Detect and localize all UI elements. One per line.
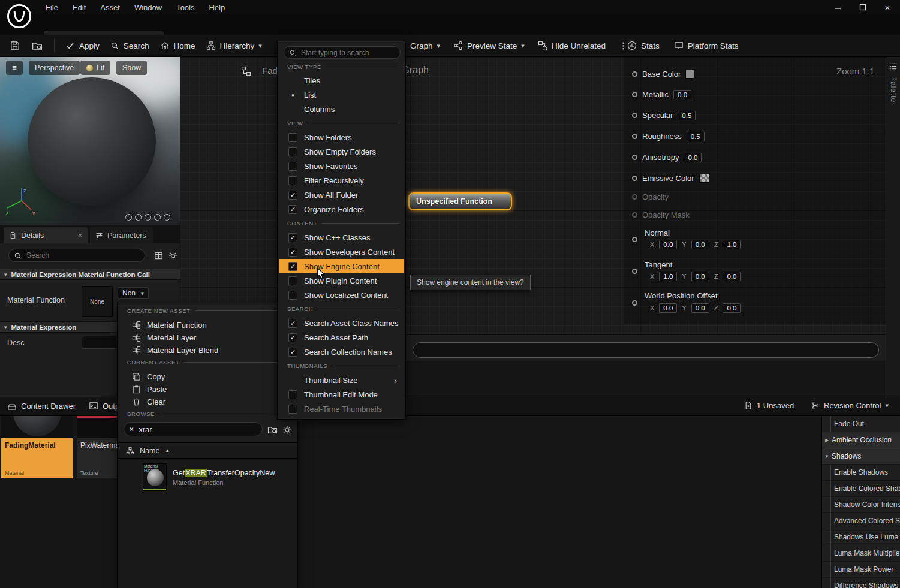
- lit-button[interactable]: Lit: [80, 61, 110, 75]
- shape-plane-icon[interactable]: [145, 214, 151, 221]
- browse-folder-icon[interactable]: [267, 424, 278, 435]
- category-ambient-occlusion[interactable]: ▶Ambient Occlusion: [822, 432, 900, 448]
- menu-item-clear[interactable]: Clear: [120, 396, 295, 408]
- content-drawer-button[interactable]: Content Drawer: [7, 401, 76, 411]
- menu-help[interactable]: Help: [201, 0, 232, 14]
- menu-item-show-folders[interactable]: Show Folders: [279, 130, 404, 144]
- pin-circle-icon[interactable]: [632, 71, 637, 77]
- browse-to-asset-icon[interactable]: [31, 40, 43, 51]
- menu-item-show-plugin-content[interactable]: Show Plugin Content: [279, 273, 404, 288]
- pin-opacity-mask[interactable]: Opacity Mask: [632, 210, 690, 220]
- show-button[interactable]: Show: [116, 61, 147, 75]
- menu-item-show-cpp-classes[interactable]: ✓Show C++ Classes: [279, 230, 404, 245]
- menu-edit[interactable]: Edit: [65, 0, 93, 14]
- value-field[interactable]: 0.0: [691, 303, 709, 313]
- details-search[interactable]: [8, 249, 145, 262]
- menu-item-list[interactable]: ●List: [279, 88, 404, 102]
- material-function-thumbnail[interactable]: None: [82, 286, 113, 317]
- palette-tab[interactable]: Palette: [889, 76, 898, 102]
- property-row[interactable]: Enable Colored Shadow: [822, 481, 900, 497]
- pin-metallic[interactable]: Metallic0.0: [632, 89, 691, 99]
- property-row[interactable]: Shadows Use Luma M: [822, 529, 900, 545]
- section-material-function-call[interactable]: ▾ Material Expression Material Function …: [0, 269, 180, 280]
- property-row[interactable]: Luma Mask Power: [822, 562, 900, 578]
- pin-circle-icon[interactable]: [632, 134, 637, 139]
- property-row[interactable]: Advanced Colored Sha: [822, 513, 900, 529]
- menu-item-organize-folders[interactable]: ✓Organize Folders: [279, 202, 404, 216]
- color-swatch[interactable]: [685, 70, 694, 79]
- preview-shape-buttons[interactable]: [122, 213, 170, 222]
- menu-item-material-layer[interactable]: Material Layer: [120, 331, 295, 344]
- menu-item-copy[interactable]: Copy: [120, 370, 295, 383]
- tab-parameters[interactable]: Parameters: [90, 227, 153, 243]
- settings-gear-icon[interactable]: [168, 251, 177, 260]
- pin-circle-icon[interactable]: [632, 237, 637, 242]
- revision-control-button[interactable]: Revision Control ▾: [811, 401, 889, 410]
- shape-teapot-icon[interactable]: [164, 214, 170, 221]
- pin-circle-icon[interactable]: [632, 92, 637, 97]
- value-field[interactable]: 0.5: [678, 111, 696, 120]
- menu-item-show-developers-content[interactable]: ✓Show Developers Content: [279, 245, 404, 259]
- pin-circle-icon[interactable]: [632, 155, 637, 160]
- asset-search-input[interactable]: [137, 424, 245, 435]
- value-field[interactable]: 0.0: [659, 240, 677, 249]
- menu-item-columns[interactable]: Columns: [279, 102, 404, 116]
- pin-tangent-values[interactable]: X1.0 Y0.0 Z0.0: [650, 271, 741, 281]
- pin-circle-icon[interactable]: [632, 269, 637, 274]
- preview-state-button[interactable]: Preview State▾: [453, 41, 525, 50]
- menu-window[interactable]: Window: [127, 0, 169, 14]
- home-button[interactable]: Home: [160, 41, 195, 50]
- menu-item-filter-recursively[interactable]: Filter Recursively: [279, 173, 404, 188]
- menu-item-show-favorites[interactable]: Show Favorites: [279, 159, 404, 173]
- value-field[interactable]: 0.0: [691, 272, 709, 281]
- menu-item-realtime-thumbnails[interactable]: Real-Time Thumbnails: [279, 402, 404, 416]
- menu-item-show-all-folder[interactable]: ✓Show All Folder: [279, 188, 404, 202]
- column-header-name[interactable]: Name ▲: [118, 443, 297, 459]
- menu-asset[interactable]: Asset: [93, 0, 127, 14]
- property-row[interactable]: Luma Mask Multiplier: [822, 545, 900, 562]
- pin-circle-icon[interactable]: [632, 194, 637, 200]
- unspecified-function-node[interactable]: Unspecified Function: [408, 192, 512, 210]
- menu-item-search-asset-class-names[interactable]: ✓Search Asset Class Names: [279, 316, 404, 330]
- menu-item-search-asset-path[interactable]: ✓Search Asset Path: [279, 330, 404, 345]
- picker-settings-gear-icon[interactable]: [282, 425, 292, 435]
- unsaved-button[interactable]: 1 Unsaved: [744, 401, 794, 410]
- value-field[interactable]: 0.0: [659, 303, 677, 313]
- pin-base-color[interactable]: Base Color: [632, 69, 694, 79]
- shape-cube-icon[interactable]: [154, 214, 161, 221]
- menu-search-input[interactable]: [300, 48, 395, 58]
- platform-stats-button[interactable]: Platform Stats: [674, 41, 739, 50]
- menu-item-paste[interactable]: Paste: [120, 383, 295, 396]
- stats-button[interactable]: Stats: [627, 41, 660, 50]
- unreal-logo-icon[interactable]: [5, 2, 34, 31]
- graph-button[interactable]: Graph▾: [410, 41, 440, 50]
- preview-mesh-sphere[interactable]: [28, 77, 156, 206]
- details-search-input[interactable]: [25, 251, 127, 260]
- menu-item-tiles[interactable]: Tiles: [279, 73, 404, 88]
- pin-circle-icon[interactable]: [632, 176, 637, 181]
- preview-viewport[interactable]: ≡ Perspective Lit Show z x y: [0, 57, 180, 225]
- pin-circle-icon[interactable]: [632, 212, 637, 218]
- value-field[interactable]: 0.0: [691, 240, 709, 249]
- menu-item-show-engine-content[interactable]: ✓Show Engine Content: [279, 259, 404, 273]
- pin-normal-values[interactable]: X0.0 Y0.0 Z1.0: [650, 239, 741, 249]
- pin-circle-icon[interactable]: [632, 113, 637, 118]
- menu-item-show-localized-content[interactable]: Show Localized Content: [279, 288, 404, 302]
- menu-file[interactable]: File: [38, 0, 65, 14]
- hierarchy-button[interactable]: Hierarchy▾: [206, 41, 262, 50]
- value-field[interactable]: 0.0: [723, 303, 741, 313]
- property-row[interactable]: Difference Shadows: [822, 578, 900, 588]
- close-window-icon[interactable]: ×: [876, 0, 899, 14]
- tab-details[interactable]: Details ×: [4, 227, 88, 243]
- property-row[interactable]: Enable Shadows: [822, 465, 900, 481]
- save-icon[interactable]: [10, 40, 20, 51]
- value-field[interactable]: 0.0: [684, 153, 702, 162]
- expanded-icon[interactable]: ▼: [822, 454, 832, 459]
- property-row[interactable]: Shadow Color Intensity: [822, 497, 900, 513]
- pin-opacity[interactable]: Opacity: [632, 192, 669, 202]
- apply-button[interactable]: Apply: [65, 41, 100, 50]
- pin-roughness[interactable]: Roughness0.5: [632, 131, 705, 141]
- collapsed-icon[interactable]: ▶: [822, 438, 832, 443]
- pin-emissive-color[interactable]: Emissive Color: [632, 173, 709, 183]
- search-button[interactable]: Search: [110, 41, 149, 50]
